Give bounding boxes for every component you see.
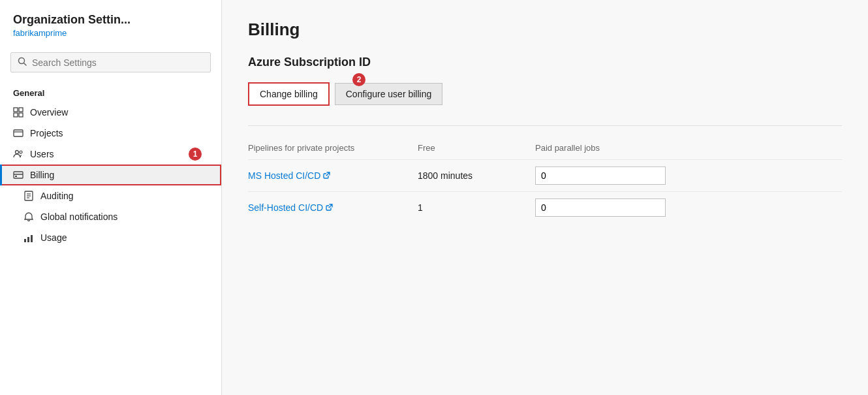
svg-rect-19 (31, 235, 33, 242)
sidebar-item-overview-label: Overview (30, 107, 68, 118)
projects-icon (13, 128, 23, 138)
svg-rect-5 (19, 113, 23, 117)
pipelines-table: Pipelines for private projects Free Paid… (248, 139, 842, 223)
sidebar-section-general: General (0, 80, 221, 102)
col-header-pipeline: Pipelines for private projects (248, 143, 418, 153)
ms-hosted-link[interactable]: MS Hosted CI/CD (248, 170, 418, 181)
svg-rect-2 (14, 108, 18, 112)
button-group: 2 Change billing Configure user billing (248, 82, 842, 106)
billing-icon (13, 170, 23, 180)
svg-line-1 (24, 63, 27, 66)
svg-point-9 (20, 151, 22, 153)
sidebar-item-users-label: Users (30, 149, 54, 159)
ms-hosted-paid-cell (535, 166, 842, 185)
sidebar-item-projects-label: Projects (30, 128, 63, 138)
users-icon (13, 149, 23, 159)
svg-rect-4 (14, 113, 18, 117)
self-hosted-free: 1 (418, 202, 535, 213)
section-divider (248, 125, 842, 126)
ms-hosted-label: MS Hosted CI/CD (248, 170, 320, 181)
svg-rect-12 (15, 176, 17, 177)
azure-subscription-title: Azure Subscription ID (248, 55, 842, 69)
self-hosted-label: Self-Hosted CI/CD (248, 202, 323, 213)
svg-point-8 (16, 151, 19, 154)
auditing-icon (23, 191, 34, 201)
ms-hosted-paid-input[interactable] (535, 166, 666, 185)
table-row: Self-Hosted CI/CD 1 (248, 191, 842, 223)
external-link-icon-2 (326, 204, 333, 212)
col-header-paid: Paid parallel jobs (535, 143, 842, 153)
sidebar-item-overview[interactable]: Overview (0, 102, 221, 123)
sidebar-item-global-notifications-label: Global notifications (40, 212, 117, 222)
configure-user-billing-button[interactable]: Configure user billing (335, 83, 443, 105)
sidebar-item-billing-label: Billing (30, 170, 54, 180)
main-content: Billing Azure Subscription ID 2 Change b… (222, 0, 868, 395)
badge-2: 2 (352, 73, 365, 86)
users-badge: 1 (189, 148, 202, 161)
table-header-row: Pipelines for private projects Free Paid… (248, 139, 842, 157)
sidebar-item-global-notifications[interactable]: Global notifications (0, 206, 221, 227)
table-row: MS Hosted CI/CD 1800 minutes (248, 159, 842, 191)
notifications-icon (23, 212, 34, 222)
grid-icon (13, 107, 23, 118)
usage-icon (23, 232, 34, 243)
sidebar-item-usage-label: Usage (40, 232, 67, 243)
svg-rect-3 (19, 108, 23, 112)
sidebar-item-auditing-label: Auditing (40, 191, 74, 201)
svg-rect-18 (27, 237, 29, 242)
self-hosted-paid-cell (535, 198, 842, 217)
sidebar-item-billing[interactable]: Billing (0, 165, 221, 185)
col-header-free: Free (418, 143, 535, 153)
org-title: Organization Settin... (13, 13, 208, 27)
active-indicator (0, 165, 2, 185)
sidebar-item-auditing[interactable]: Auditing (0, 185, 221, 206)
svg-rect-10 (14, 172, 23, 178)
sidebar-item-users[interactable]: Users 1 (0, 144, 221, 165)
org-subtitle: fabrikamprime (13, 28, 208, 38)
search-input[interactable] (32, 57, 204, 68)
self-hosted-paid-input[interactable] (535, 198, 666, 217)
change-billing-button[interactable]: Change billing (248, 82, 330, 106)
sidebar: Organization Settin... fabrikamprime Gen… (0, 0, 222, 395)
ms-hosted-free: 1800 minutes (418, 170, 535, 181)
search-icon (18, 57, 27, 68)
sidebar-header: Organization Settin... fabrikamprime (0, 0, 221, 44)
sidebar-item-usage[interactable]: Usage (0, 227, 221, 248)
svg-rect-17 (24, 239, 26, 242)
search-box[interactable] (10, 52, 211, 72)
sidebar-item-projects[interactable]: Projects (0, 123, 221, 144)
svg-rect-6 (14, 130, 23, 136)
self-hosted-link[interactable]: Self-Hosted CI/CD (248, 202, 418, 213)
page-title: Billing (248, 20, 842, 40)
external-link-icon (323, 172, 330, 180)
